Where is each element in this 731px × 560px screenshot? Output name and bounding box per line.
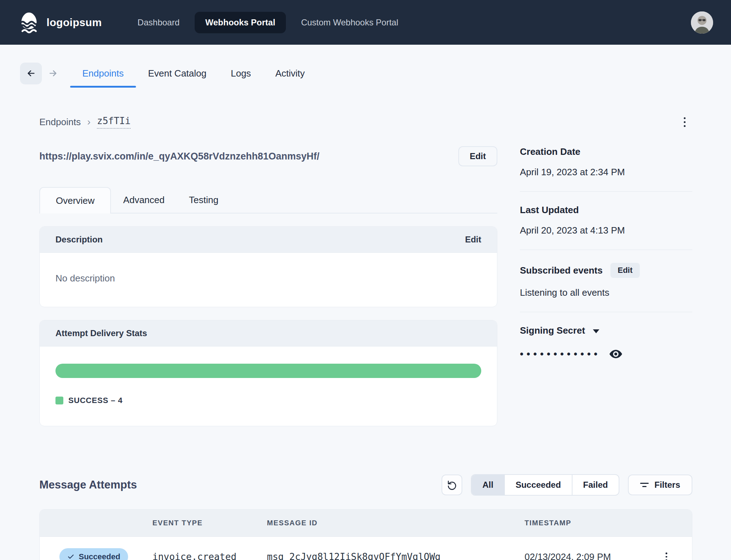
nav-item-webhooks-portal[interactable]: Webhooks Portal <box>195 12 286 33</box>
message-attempts-header: Message Attempts All Succeeded Failed Fi… <box>39 474 692 496</box>
filter-icon <box>640 483 649 487</box>
description-card-header: Description Edit <box>40 227 497 253</box>
filters-button-label: Filters <box>654 480 680 490</box>
endpoint-url: https://play.svix.com/in/e_qyAXKQ58rVdzn… <box>39 151 320 162</box>
creation-date-label: Creation Date <box>520 146 692 157</box>
last-updated-block: Last Updated April 20, 2023 at 4:13 PM <box>520 205 692 250</box>
tab-event-catalog[interactable]: Event Catalog <box>136 59 219 88</box>
check-icon <box>67 553 74 560</box>
masked-signing-secret: •••••••••••• <box>520 348 601 360</box>
portal-tabbar: Endpoints Event Catalog Logs Activity <box>20 59 731 88</box>
user-avatar[interactable] <box>691 11 713 34</box>
message-attempts-title: Message Attempts <box>39 478 137 491</box>
endpoint-kebab-menu-icon[interactable] <box>677 113 692 131</box>
event-type-cell: invoice.created <box>152 551 267 560</box>
endpoint-meta-sidebar: Creation Date April 19, 2023 at 2:34 PM … <box>520 146 692 426</box>
last-updated-label: Last Updated <box>520 205 692 216</box>
nav-item-custom-webhooks-portal[interactable]: Custom Webhooks Portal <box>290 12 409 33</box>
stats-legend: SUCCESS – 4 <box>55 396 481 405</box>
status-badge-label: Succeeded <box>79 552 120 560</box>
endpoint-main-column: https://play.svix.com/in/e_qyAXKQ58rVdzn… <box>39 146 497 426</box>
brand-logo-link[interactable]: logoipsum <box>18 11 102 34</box>
top-navbar: logoipsum Dashboard Webhooks Portal Cust… <box>0 0 731 45</box>
breadcrumb-endpoints-link[interactable]: Endpoints <box>39 117 81 128</box>
success-stat-bar <box>55 364 481 378</box>
message-id-column-header: MESSAGE ID <box>267 519 525 527</box>
refresh-button[interactable] <box>442 475 462 495</box>
message-id-cell: msg_2cJyg8l12IiSk8gvOFfYmVglQWg <box>267 551 525 560</box>
creation-date-block: Creation Date April 19, 2023 at 2:34 PM <box>520 146 692 192</box>
refresh-icon <box>447 480 457 490</box>
endpoint-url-row: https://play.svix.com/in/e_qyAXKQ58rVdzn… <box>39 146 497 166</box>
breadcrumb: Endpoints › z5fTIi <box>39 116 131 129</box>
signing-secret-toggle[interactable]: Signing Secret <box>520 325 692 336</box>
success-legend-label: SUCCESS – 4 <box>68 396 123 405</box>
attempts-controls: All Succeeded Failed Filters <box>442 474 692 496</box>
page-content: Endpoints › z5fTIi https://play.svix.com… <box>0 113 731 560</box>
creation-date-value: April 19, 2023 at 2:34 PM <box>520 167 692 178</box>
edit-subscribed-events-button[interactable]: Edit <box>610 263 640 278</box>
filters-button[interactable]: Filters <box>628 475 692 495</box>
description-empty-text: No description <box>40 253 497 307</box>
timestamp-column-header: TIMESTAMP <box>525 519 641 527</box>
endpoint-detail-tabs: Overview Advanced Testing <box>39 187 497 213</box>
message-attempts-table: EVENT TYPE MESSAGE ID TIMESTAMP Succeede… <box>39 509 692 560</box>
navbar-links: Dashboard Webhooks Portal Custom Webhook… <box>127 12 409 33</box>
event-type-column-header: EVENT TYPE <box>152 519 267 527</box>
nav-item-dashboard[interactable]: Dashboard <box>127 12 190 33</box>
tab-overview[interactable]: Overview <box>39 187 111 213</box>
history-back-button[interactable] <box>20 63 42 84</box>
chevron-right-icon: › <box>87 116 91 128</box>
stats-card-header: Attempt Delivery Stats <box>40 320 497 347</box>
arrow-right-icon <box>48 68 58 78</box>
last-updated-value: April 20, 2023 at 4:13 PM <box>520 225 692 236</box>
chevron-down-icon <box>593 329 599 333</box>
filter-failed-button[interactable]: Failed <box>572 475 619 495</box>
row-kebab-menu-icon[interactable] <box>662 549 671 560</box>
portal-tabs: Endpoints Event Catalog Logs Activity <box>70 59 317 88</box>
status-badge: Succeeded <box>59 548 128 560</box>
tab-advanced[interactable]: Advanced <box>111 187 177 213</box>
tab-logs[interactable]: Logs <box>219 59 263 88</box>
tab-activity[interactable]: Activity <box>263 59 317 88</box>
table-row[interactable]: Succeeded invoice.created msg_2cJyg8l12I… <box>40 537 692 560</box>
stats-card-body: SUCCESS – 4 <box>40 347 497 426</box>
attempt-delivery-stats-card: Attempt Delivery Stats SUCCESS – 4 <box>39 320 497 426</box>
edit-url-button[interactable]: Edit <box>458 146 497 166</box>
success-legend-swatch <box>55 397 63 404</box>
filter-succeeded-button[interactable]: Succeeded <box>504 475 572 495</box>
reveal-secret-eye-icon[interactable] <box>609 347 623 361</box>
filter-all-button[interactable]: All <box>472 475 504 495</box>
subscribed-events-value: Listening to all events <box>520 287 692 298</box>
timestamp-cell: 02/13/2024, 2:09 PM <box>525 551 641 560</box>
edit-description-button[interactable]: Edit <box>465 235 481 245</box>
logoipsum-icon <box>18 11 40 34</box>
tab-endpoints[interactable]: Endpoints <box>70 59 136 88</box>
breadcrumb-row: Endpoints › z5fTIi <box>39 113 692 131</box>
table-header-row: EVENT TYPE MESSAGE ID TIMESTAMP <box>40 510 692 537</box>
subscribed-events-block: Subscribed events Edit Listening to all … <box>520 263 692 312</box>
stats-title: Attempt Delivery Stats <box>55 328 147 338</box>
arrow-left-icon <box>26 68 36 78</box>
description-title: Description <box>55 235 103 245</box>
history-forward-button[interactable] <box>42 63 64 84</box>
breadcrumb-endpoint-id[interactable]: z5fTIi <box>97 116 131 129</box>
signing-secret-block: Signing Secret •••••••••••• <box>520 325 692 375</box>
subscribed-events-label: Subscribed events <box>520 265 603 276</box>
signing-secret-label: Signing Secret <box>520 325 585 336</box>
brand-name: logoipsum <box>47 16 102 29</box>
description-card: Description Edit No description <box>39 226 497 307</box>
tab-testing[interactable]: Testing <box>177 187 230 213</box>
attempts-filter-segmented: All Succeeded Failed <box>471 474 619 496</box>
